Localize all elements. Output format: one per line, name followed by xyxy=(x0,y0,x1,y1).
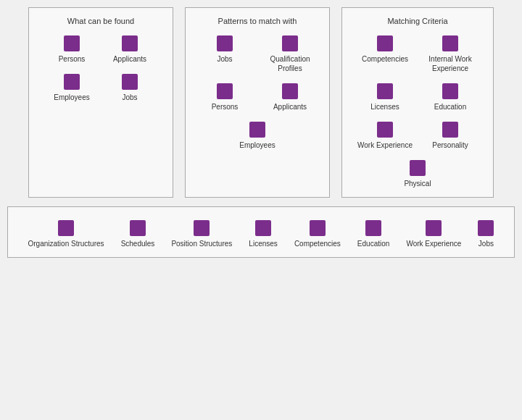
employees-label: Employees xyxy=(239,140,275,150)
list-item: Applicants xyxy=(113,35,146,64)
patterns-panel-title: Patterns to match with xyxy=(218,17,297,25)
schedules-label: Schedules xyxy=(121,239,155,248)
qualification-profiles-label: Qualification Profiles xyxy=(261,54,319,73)
employees-icon xyxy=(249,122,265,138)
bottom-panel: Organization Structures Schedules Positi… xyxy=(7,206,515,258)
persons-label: Persons xyxy=(212,102,239,112)
schedules-icon xyxy=(130,220,146,236)
list-item: Schedules xyxy=(121,220,155,248)
jobs-icon xyxy=(217,35,233,51)
jobs-label: Jobs xyxy=(217,54,232,64)
list-item: Jobs xyxy=(122,74,138,102)
applicants-icon xyxy=(122,35,138,51)
internal-work-experience-icon xyxy=(442,35,458,51)
education-bottom-label: Education xyxy=(357,239,389,248)
education-icon xyxy=(442,83,458,99)
list-item: Licenses xyxy=(370,83,399,112)
jobs-bottom-icon xyxy=(478,220,494,236)
internal-work-experience-label: Internal Work Experience xyxy=(421,54,479,73)
matching-criteria-panel: Matching Criteria Competencies Internal … xyxy=(341,7,494,198)
list-item: Competencies xyxy=(294,220,341,248)
licenses-bottom-icon xyxy=(255,220,271,236)
competencies-label: Competencies xyxy=(362,54,408,64)
work-experience-icon xyxy=(377,122,393,138)
list-item: Qualification Profiles xyxy=(261,35,319,73)
competencies-bottom-label: Competencies xyxy=(294,239,341,248)
organization-structures-icon xyxy=(58,220,74,236)
list-item: Licenses xyxy=(249,220,277,248)
education-bottom-icon xyxy=(365,220,381,236)
list-item: Jobs xyxy=(478,220,494,248)
persons-icon xyxy=(64,35,80,51)
list-item: Applicants xyxy=(273,83,307,112)
main-area: What can be found Persons Applicants Emp… xyxy=(7,7,515,258)
list-item: Organization Structures xyxy=(28,220,104,248)
licenses-label: Licenses xyxy=(370,102,399,112)
persons-icon xyxy=(217,83,233,99)
what-panel-title: What can be found xyxy=(67,17,134,25)
list-item: Education xyxy=(357,220,389,248)
personality-icon xyxy=(442,122,458,138)
jobs-bottom-label: Jobs xyxy=(478,239,494,248)
list-item: Work Experience xyxy=(406,220,461,248)
what-can-be-found-panel: What can be found Persons Applicants Emp… xyxy=(28,7,173,198)
list-item: Work Experience xyxy=(357,122,413,150)
jobs-icon xyxy=(122,74,138,90)
list-item: Education xyxy=(434,83,466,112)
work-experience-label: Work Experience xyxy=(357,140,413,150)
competencies-bottom-icon xyxy=(310,220,326,236)
physical-label: Physical xyxy=(404,179,431,188)
patterns-icon-grid: Jobs Qualification Profiles Persons Appl… xyxy=(196,35,319,112)
list-item: Personality xyxy=(432,122,468,150)
list-item: Physical xyxy=(404,160,431,188)
list-item: Jobs xyxy=(217,35,233,73)
list-item: Competencies xyxy=(362,35,408,73)
patterns-panel: Patterns to match with Jobs Qualificatio… xyxy=(185,7,330,198)
licenses-bottom-label: Licenses xyxy=(249,239,277,248)
employees-label: Employees xyxy=(54,93,89,102)
work-experience-bottom-icon xyxy=(426,220,442,236)
jobs-label: Jobs xyxy=(122,93,137,102)
bottom-icon-row: Organization Structures Schedules Positi… xyxy=(20,216,502,248)
persons-label: Persons xyxy=(59,54,86,64)
what-icon-grid: Persons Applicants Employees Jobs xyxy=(46,35,155,102)
list-item: Persons xyxy=(59,35,86,64)
position-structures-icon xyxy=(194,220,210,236)
applicants-label: Applicants xyxy=(273,102,307,112)
position-structures-label: Position Structures xyxy=(171,239,232,248)
applicants-label: Applicants xyxy=(113,54,146,64)
education-label: Education xyxy=(434,102,466,112)
applicants-icon xyxy=(282,83,298,99)
top-row: What can be found Persons Applicants Emp… xyxy=(7,7,515,198)
qualification-profiles-icon xyxy=(282,35,298,51)
physical-icon xyxy=(410,160,426,176)
list-item: Persons xyxy=(212,83,239,112)
matching-panel-title: Matching Criteria xyxy=(387,17,447,25)
list-item: Employees xyxy=(54,74,89,102)
competencies-icon xyxy=(377,35,393,51)
organization-structures-label: Organization Structures xyxy=(28,239,104,248)
licenses-icon xyxy=(377,83,393,99)
employees-icon xyxy=(64,74,80,90)
list-item: Internal Work Experience xyxy=(421,35,479,73)
list-item: Employees xyxy=(239,122,275,150)
personality-label: Personality xyxy=(432,140,468,150)
list-item: Position Structures xyxy=(171,220,232,248)
matching-icon-grid: Competencies Internal Work Experience Li… xyxy=(356,35,479,150)
work-experience-bottom-label: Work Experience xyxy=(406,239,461,248)
